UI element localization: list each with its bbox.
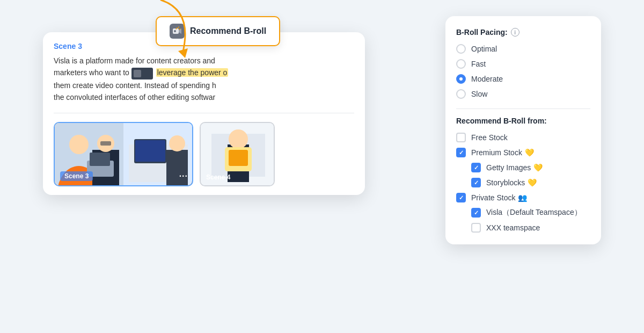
checkbox-free-stock-box[interactable]	[456, 133, 466, 142]
radio-moderate-label: Moderate	[471, 75, 503, 83]
checkbox-storyblocks-label: Storyblocks 💛	[486, 178, 537, 187]
checkbox-premium-stock-label: Premium Stock 💛	[471, 148, 534, 157]
radio-slow-label: Slow	[471, 90, 487, 98]
scene3-text-4: the convoluted interfaces of other editi…	[54, 93, 215, 102]
sources-title: Recommend B-Roll from:	[456, 117, 590, 125]
checkbox-getty-label: Getty Images 💛	[486, 163, 543, 172]
scene4-label: Scene 4	[206, 173, 230, 181]
pacing-title-text: B-Roll Pacing:	[456, 28, 508, 37]
svg-point-13	[169, 135, 185, 151]
svg-rect-5	[100, 141, 111, 146]
svg-point-22	[174, 30, 176, 32]
checkbox-free-stock[interactable]: Free Stock	[456, 133, 590, 142]
storyblocks-gem-icon: 💛	[528, 178, 537, 187]
scene3-text-3: them create video content. Instead of sp…	[54, 81, 216, 90]
radio-slow[interactable]: Slow	[456, 89, 590, 99]
radio-fast-circle[interactable]	[456, 59, 466, 69]
pacing-radio-group: Optimal Fast Moderate Slow	[456, 44, 590, 99]
highlight-image-thumb	[131, 68, 153, 79]
svg-point-17	[229, 129, 248, 149]
scene4-thumbnail[interactable]: Scene 4	[200, 122, 275, 186]
radio-optimal[interactable]: Optimal	[456, 44, 590, 54]
scene3-dots[interactable]: ···	[179, 171, 188, 181]
video-magic-icon	[170, 24, 185, 39]
scene3-highlight: leverage the power o	[156, 68, 229, 77]
checkbox-storyblocks-box[interactable]	[471, 178, 481, 187]
radio-moderate[interactable]: Moderate	[456, 74, 590, 84]
checkbox-getty-box[interactable]	[471, 163, 481, 172]
checkbox-visla-default-label: Visla（Default Teamspace）	[486, 208, 582, 218]
scenes-row: Scene 3 ··· Scene 4	[43, 113, 365, 195]
checkbox-premium-stock[interactable]: Premium Stock 💛	[456, 148, 590, 157]
scene3-label: Scene 3	[60, 171, 93, 181]
checkbox-free-stock-label: Free Stock	[471, 133, 508, 142]
sources-checkbox-group: Free Stock Premium Stock 💛 Getty Images …	[456, 133, 590, 233]
checkbox-getty[interactable]: Getty Images 💛	[456, 163, 590, 172]
premium-gem-icon: 💛	[525, 148, 534, 157]
svg-point-2	[69, 135, 89, 154]
scene3-thumbnail[interactable]: Scene 3 ···	[54, 122, 193, 186]
checkbox-private-stock-label: Private Stock 👥	[471, 193, 527, 202]
radio-moderate-circle[interactable]	[456, 74, 466, 84]
scene3-text-2: marketers who want to	[54, 68, 129, 77]
svg-rect-19	[229, 150, 248, 166]
svg-rect-11	[135, 140, 165, 162]
pacing-info-icon[interactable]: i	[511, 28, 519, 37]
checkbox-private-stock[interactable]: Private Stock 👥	[456, 193, 590, 202]
main-container: Scene 3 Visla is a platform made for con…	[0, 0, 644, 333]
checkbox-xxx-teamspace-label: XXX teamspace	[486, 223, 540, 232]
recommend-broll-label: Recommend B-roll	[190, 26, 266, 36]
radio-slow-circle[interactable]	[456, 89, 466, 99]
radio-optimal-label: Optimal	[471, 45, 497, 53]
radio-fast-label: Fast	[471, 60, 486, 68]
svg-rect-7	[90, 153, 110, 166]
scene3-text-1: Visla is a platform made for content cre…	[54, 56, 215, 65]
checkbox-visla-default[interactable]: Visla（Default Teamspace）	[456, 208, 590, 218]
checkbox-xxx-teamspace[interactable]: XXX teamspace	[456, 223, 590, 233]
private-people-icon: 👥	[518, 193, 527, 202]
panel-divider	[456, 108, 590, 109]
checkbox-premium-stock-box[interactable]	[456, 148, 466, 157]
checkbox-visla-default-box[interactable]	[471, 208, 481, 218]
scene3-text: Visla is a platform made for content cre…	[43, 55, 365, 113]
editor-card: Scene 3 Visla is a platform made for con…	[43, 32, 365, 195]
right-panel: B-Roll Pacing: i Optimal Fast Moderate S…	[445, 16, 601, 244]
pacing-title: B-Roll Pacing: i	[456, 28, 590, 37]
getty-gem-icon: 💛	[533, 163, 543, 172]
radio-fast[interactable]: Fast	[456, 59, 590, 69]
radio-optimal-circle[interactable]	[456, 44, 466, 54]
sources-title-text: Recommend B-Roll from:	[456, 117, 547, 125]
checkbox-storyblocks[interactable]: Storyblocks 💛	[456, 178, 590, 187]
checkbox-private-stock-box[interactable]	[456, 193, 466, 202]
recommend-broll-button[interactable]: Recommend B-roll	[156, 16, 280, 46]
checkbox-xxx-teamspace-box[interactable]	[471, 223, 481, 233]
